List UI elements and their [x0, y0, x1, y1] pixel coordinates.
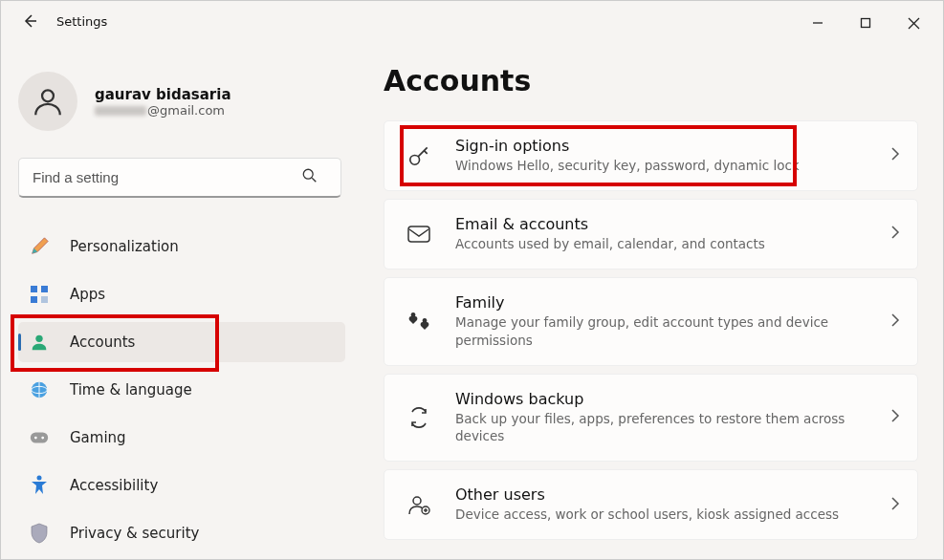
- person-icon: [28, 331, 51, 354]
- sidebar-item-label: Accessibility: [70, 477, 158, 494]
- card-family[interactable]: Family Manage your family group, edit ac…: [384, 277, 918, 366]
- user-plus-icon: [406, 491, 432, 518]
- chevron-right-icon: [890, 225, 900, 243]
- svg-rect-1: [862, 19, 870, 28]
- card-title: Family: [455, 293, 881, 312]
- globe-clock-icon: [28, 378, 51, 401]
- back-button[interactable]: [20, 11, 39, 31]
- sidebar-item-label: Time & language: [70, 381, 192, 398]
- svg-line-6: [312, 178, 316, 182]
- sidebar-nav: Personalization Apps Accounts Time: [18, 223, 345, 553]
- sync-icon: [406, 404, 432, 431]
- svg-point-4: [42, 90, 54, 101]
- profile-block[interactable]: gaurav bidasaria @gmail.com: [18, 41, 345, 158]
- svg-point-17: [41, 437, 44, 440]
- svg-point-16: [34, 437, 37, 440]
- selection-indicator: [18, 334, 21, 351]
- card-title: Other users: [455, 485, 881, 504]
- gamepad-icon: [28, 426, 51, 449]
- sidebar-item-apps[interactable]: Apps: [18, 274, 345, 314]
- shield-icon: [28, 522, 51, 545]
- close-button[interactable]: [901, 11, 926, 35]
- sidebar-item-accessibility[interactable]: Accessibility: [18, 465, 345, 506]
- search-icon: [301, 167, 318, 188]
- svg-rect-15: [31, 433, 48, 443]
- sidebar-item-label: Personalization: [70, 238, 179, 255]
- sidebar-item-label: Gaming: [70, 429, 126, 446]
- maximize-button[interactable]: [853, 11, 878, 35]
- svg-rect-10: [41, 296, 48, 303]
- card-sign-in-options[interactable]: Sign-in options Windows Hello, security …: [384, 120, 918, 191]
- sidebar-item-privacy-security[interactable]: Privacy & security: [18, 513, 345, 553]
- sidebar-item-personalization[interactable]: Personalization: [18, 226, 345, 267]
- search-input[interactable]: [18, 158, 341, 198]
- mail-icon: [406, 221, 432, 248]
- card-other-users[interactable]: Other users Device access, work or schoo…: [384, 469, 918, 540]
- minimize-button[interactable]: [805, 11, 830, 35]
- svg-point-18: [37, 476, 42, 481]
- paintbrush-icon: [28, 235, 51, 258]
- chevron-right-icon: [890, 408, 900, 426]
- svg-line-21: [424, 151, 427, 154]
- key-icon: [406, 142, 432, 169]
- svg-rect-8: [41, 286, 48, 292]
- sidebar-item-time-language[interactable]: Time & language: [18, 370, 345, 410]
- card-windows-backup[interactable]: Windows backup Back up your files, apps,…: [384, 374, 918, 463]
- card-desc: Device access, work or school users, kio…: [455, 506, 867, 524]
- card-desc: Manage your family group, edit account t…: [455, 313, 867, 350]
- sidebar-item-label: Apps: [70, 286, 105, 303]
- card-email-accounts[interactable]: Email & accounts Accounts used by email,…: [384, 199, 918, 269]
- svg-rect-9: [31, 296, 37, 303]
- apps-icon: [28, 283, 51, 306]
- chevron-right-icon: [890, 496, 900, 514]
- chevron-right-icon: [890, 312, 900, 331]
- profile-email: @gmail.com: [95, 103, 231, 118]
- family-icon: [406, 308, 432, 334]
- avatar: [18, 72, 77, 131]
- svg-point-5: [303, 169, 313, 179]
- profile-name: gaurav bidasaria: [95, 86, 231, 103]
- chevron-right-icon: [890, 146, 900, 164]
- card-title: Windows backup: [455, 390, 881, 408]
- sidebar-item-label: Accounts: [70, 334, 135, 351]
- accessibility-icon: [28, 474, 51, 497]
- card-title: Email & accounts: [455, 215, 881, 233]
- sidebar-item-label: Privacy & security: [70, 525, 199, 542]
- page-title: Accounts: [384, 64, 918, 97]
- card-desc: Windows Hello, security key, password, d…: [455, 157, 867, 175]
- svg-point-11: [35, 335, 42, 342]
- card-desc: Back up your files, apps, preferences to…: [455, 410, 867, 446]
- svg-point-23: [413, 497, 421, 505]
- svg-rect-7: [31, 286, 37, 292]
- sidebar-item-gaming[interactable]: Gaming: [18, 418, 345, 458]
- card-desc: Accounts used by email, calendar, and co…: [455, 235, 867, 253]
- window-title: Settings: [56, 14, 107, 29]
- svg-rect-22: [408, 226, 429, 242]
- search-container: [18, 158, 345, 198]
- sidebar-item-accounts[interactable]: Accounts: [18, 322, 345, 362]
- card-title: Sign-in options: [455, 137, 881, 155]
